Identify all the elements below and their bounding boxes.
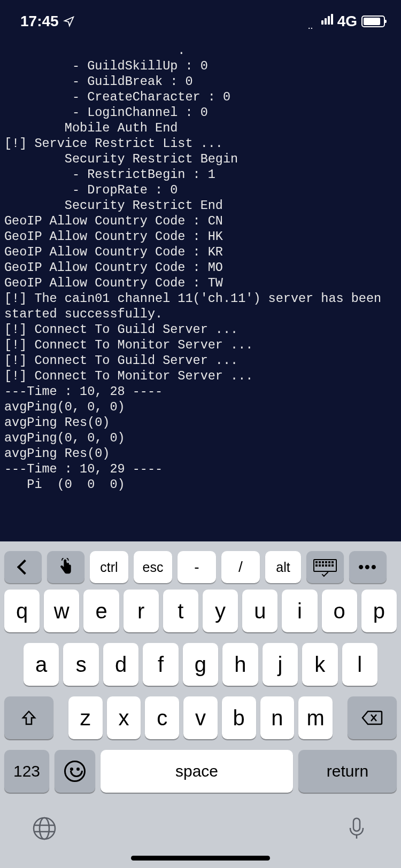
terminal-line: Mobile Auth End (4, 121, 178, 135)
terminal-line: GeoIP Allow Country Code : TW (4, 276, 223, 290)
status-right: •• 4G (321, 13, 385, 30)
terminal-line: . (4, 43, 185, 58)
key-z[interactable]: z (68, 696, 103, 739)
terminal-line: [!] Connect To Guild Server ... (4, 322, 238, 337)
key-i[interactable]: i (282, 590, 317, 632)
home-indicator[interactable] (131, 856, 270, 861)
key-f[interactable]: f (143, 643, 178, 686)
network-label: 4G (337, 13, 357, 30)
key-y[interactable]: y (203, 590, 238, 632)
terminal-line: avgPing Res(0) (4, 415, 110, 430)
location-icon (63, 15, 75, 27)
status-left: 17:45 (20, 13, 75, 30)
key-l[interactable]: l (342, 643, 377, 686)
key-q[interactable]: q (4, 590, 40, 632)
terminal-line: avgPing Res(0) (4, 446, 110, 461)
microphone-icon[interactable] (344, 816, 369, 841)
status-time: 17:45 (20, 13, 59, 30)
emoji-key[interactable] (55, 750, 95, 793)
terminal-line: avgPing(0, 0, 0) (4, 400, 125, 414)
signal-icon (321, 14, 333, 25)
more-button[interactable]: ••• (349, 551, 387, 583)
shift-icon (20, 709, 37, 726)
ctrl-key[interactable]: ctrl (90, 551, 128, 583)
terminal-line: ---Time : 10, 29 ---- (4, 462, 163, 476)
keyboard-bottom-bar (3, 803, 398, 841)
key-a[interactable]: a (24, 643, 59, 686)
keyboard-row-1: q w e r t y u i o p (3, 590, 398, 632)
terminal-line: GeoIP Allow Country Code : CN (4, 214, 223, 228)
svg-point-1 (40, 818, 49, 839)
terminal-line: avgPing(0, 0, 0) (4, 431, 125, 445)
keyboard-row-2: a s d f g h j k l (3, 643, 398, 686)
space-key[interactable]: space (101, 750, 293, 793)
key-c[interactable]: c (145, 696, 179, 739)
touch-mode-button[interactable] (47, 551, 84, 583)
terminal-line: [!] Connect To Monitor Server ... (4, 338, 253, 352)
slash-key[interactable]: / (221, 551, 260, 583)
key-b[interactable]: b (222, 696, 256, 739)
terminal-line: GeoIP Allow Country Code : MO (4, 260, 223, 275)
key-k[interactable]: k (302, 643, 337, 686)
key-u[interactable]: u (242, 590, 277, 632)
key-g[interactable]: g (183, 643, 218, 686)
terminal-line: GeoIP Allow Country Code : KR (4, 245, 223, 259)
keyboard: ctrl esc - / alt ••• q w e r t y u i o p… (0, 541, 401, 868)
dismiss-keyboard-button[interactable] (306, 551, 344, 583)
backspace-key[interactable] (348, 696, 397, 739)
svg-rect-2 (353, 818, 360, 831)
key-n[interactable]: n (260, 696, 295, 739)
terminal-line: [!] The cain01 channel 11('ch.11') serve… (4, 291, 381, 306)
key-j[interactable]: j (263, 643, 298, 686)
svg-point-0 (34, 818, 55, 839)
nav-back-button[interactable] (4, 551, 42, 583)
key-t[interactable]: t (163, 590, 198, 632)
terminal-line: - DropRate : 0 (4, 183, 178, 197)
key-h[interactable]: h (222, 643, 258, 686)
return-key[interactable]: return (298, 750, 397, 793)
key-m[interactable]: m (298, 696, 333, 739)
key-w[interactable]: w (44, 590, 79, 632)
key-s[interactable]: s (63, 643, 98, 686)
terminal-line: - GuildSkillUp : 0 (4, 59, 208, 73)
esc-key[interactable]: esc (134, 551, 172, 583)
backspace-icon (361, 710, 383, 725)
terminal-line: - RestrictBegin : 1 (4, 167, 215, 182)
terminal-line: [!] Connect To Guild Server ... (4, 353, 238, 368)
key-o[interactable]: o (322, 590, 357, 632)
key-v[interactable]: v (183, 696, 218, 739)
key-r[interactable]: r (124, 590, 159, 632)
numbers-key[interactable]: 123 (4, 750, 49, 793)
key-d[interactable]: d (103, 643, 138, 686)
alt-key[interactable]: alt (265, 551, 301, 583)
terminal-line: [!] Connect To Monitor Server ... (4, 369, 253, 383)
terminal-line: ---Time : 10, 28 ---- (4, 384, 163, 399)
keyboard-accessory-row: ctrl esc - / alt ••• (3, 548, 398, 590)
keyboard-down-icon (313, 559, 337, 575)
key-e[interactable]: e (83, 590, 119, 632)
keyboard-row-3: z x c v b n m (3, 696, 398, 739)
terminal-line: started successfully. (4, 307, 163, 321)
keyboard-row-4: 123 space return (3, 750, 398, 793)
battery-icon (361, 15, 385, 27)
terminal-line: - LoginChannel : 0 (4, 105, 208, 120)
terminal-line: [!] Service Restrict List ... (4, 136, 223, 151)
terminal-line: - GuildBreak : 0 (4, 74, 193, 89)
terminal-output[interactable]: . - GuildSkillUp : 0 - GuildBreak : 0 - … (0, 37, 401, 541)
terminal-line: Pi (0 0 0) (4, 477, 125, 492)
finger-tap-icon (58, 558, 74, 576)
shift-key[interactable] (4, 696, 53, 739)
terminal-line: - CreateCharacter : 0 (4, 90, 230, 104)
terminal-line: Security Restrict Begin (4, 152, 238, 166)
key-x[interactable]: x (107, 696, 141, 739)
terminal-line: Security Restrict End (4, 198, 223, 213)
status-bar: 17:45 •• 4G (0, 0, 401, 37)
terminal-line: GeoIP Allow Country Code : HK (4, 229, 223, 244)
dash-key[interactable]: - (178, 551, 216, 583)
emoji-icon (64, 761, 86, 782)
chevron-left-icon (17, 560, 32, 575)
globe-icon[interactable] (32, 816, 57, 841)
key-p[interactable]: p (361, 590, 397, 632)
